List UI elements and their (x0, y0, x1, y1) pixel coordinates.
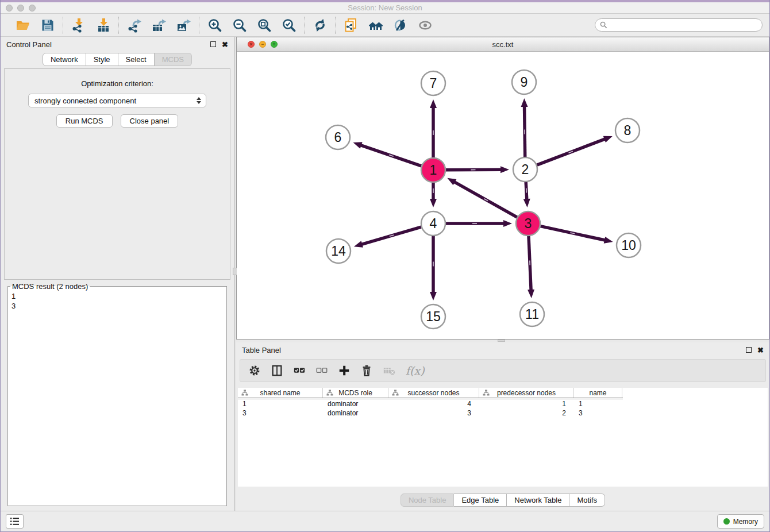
float-table-panel-icon[interactable] (746, 347, 752, 353)
add-column-icon[interactable] (337, 364, 351, 377)
table-cell[interactable]: 3 (388, 409, 479, 417)
split-view-icon[interactable] (270, 364, 284, 377)
column-header-MCDS-role[interactable]: MCDS role (323, 388, 388, 398)
select-all-columns-icon[interactable] (292, 364, 306, 377)
edge-arrowhead (430, 292, 437, 300)
app-window: Session: New Session (0, 0, 770, 532)
search-input[interactable] (610, 21, 757, 29)
open-session-icon[interactable] (15, 17, 30, 33)
vertical-splitter[interactable] (234, 37, 236, 511)
import-table-icon[interactable] (95, 17, 111, 33)
graph-node-label: 2 (522, 162, 529, 177)
search-box (595, 18, 763, 32)
zoom-fit-icon[interactable] (256, 17, 272, 33)
function-builder-icon: f(x) (405, 364, 425, 377)
tab-select[interactable]: Select (118, 53, 155, 66)
export-table-icon[interactable] (151, 17, 167, 33)
tab-style[interactable]: Style (86, 53, 118, 66)
optimization-criterion-select[interactable]: strongly connected component (28, 94, 206, 107)
table-row[interactable]: 1dominator411 (238, 399, 768, 408)
export-image-icon[interactable] (176, 17, 191, 33)
table-panel: Table Panel ✖ (236, 342, 769, 511)
table-tabs: Node TableEdge TableNetwork TableMotifs (401, 494, 605, 507)
status-bar: Memory (1, 511, 769, 531)
close-panel-icon[interactable]: ✖ (222, 41, 228, 48)
window-title: Session: New Session (1, 3, 769, 12)
table-row[interactable]: 3dominator323 (238, 408, 768, 418)
table-cell[interactable]: 1 (574, 400, 622, 408)
graph-node-label: 4 (430, 216, 437, 231)
export-network-icon[interactable] (126, 17, 142, 33)
network-graph: 7968124314101511 (237, 52, 769, 339)
tab-mcds[interactable]: MCDS (155, 53, 192, 66)
edge-arrowhead (523, 199, 530, 207)
mcds-result-fieldset: MCDS result (2 nodes) 13 (7, 282, 227, 506)
table-cell[interactable]: 4 (388, 400, 479, 408)
edge-arrowhead (604, 237, 613, 244)
run-mcds-button[interactable]: Run MCDS (56, 114, 113, 128)
mcds-panel: Optimization criterion: strongly connect… (4, 68, 230, 280)
settings-gear-icon[interactable] (248, 364, 261, 377)
mcds-result-line: 1 (11, 291, 223, 301)
table-tab-motifs[interactable]: Motifs (569, 494, 605, 507)
graph-node-label: 1 (430, 163, 437, 178)
edge-arrowhead (503, 220, 512, 227)
optimization-criterion-label: Optimization criterion: (81, 79, 153, 88)
column-header-predecessor-nodes[interactable]: predecessor nodes (479, 388, 574, 398)
zoom-in-icon[interactable] (207, 17, 222, 33)
graph-node-label: 15 (426, 309, 441, 324)
close-table-panel-icon[interactable]: ✖ (757, 346, 764, 354)
table-tab-node-table[interactable]: Node Table (401, 494, 455, 507)
memory-button[interactable]: Memory (717, 514, 764, 529)
edge-arrowhead (603, 136, 613, 142)
main-toolbar (1, 14, 769, 37)
table-cell[interactable]: 3 (238, 409, 323, 417)
mcds-result-title: MCDS result (2 nodes) (10, 282, 90, 291)
zoom-selected-icon[interactable] (281, 17, 297, 33)
float-panel-icon[interactable] (210, 41, 216, 47)
graph-node-label: 14 (331, 244, 346, 259)
control-panel-title: Control Panel (6, 40, 52, 49)
task-history-button[interactable] (6, 514, 24, 529)
delete-table-icon (382, 364, 396, 377)
table-cell[interactable]: 1 (479, 400, 574, 408)
horizontal-splitter[interactable] (236, 340, 769, 342)
import-network-icon[interactable] (71, 17, 86, 33)
show-eye-icon[interactable] (417, 17, 433, 33)
graph-node-label: 11 (525, 307, 539, 322)
tab-network[interactable]: Network (43, 53, 86, 66)
edge-arrowhead (354, 241, 363, 248)
zoom-out-icon[interactable] (232, 17, 247, 33)
node-table: shared nameMCDS rolesuccessor nodesprede… (238, 388, 768, 487)
table-tab-edge-table[interactable]: Edge Table (454, 494, 507, 507)
deselect-all-columns-icon[interactable] (315, 364, 329, 377)
graph-node-label: 8 (624, 123, 632, 138)
select-stepper-icon (197, 97, 202, 104)
titlebar: Session: New Session (1, 0, 769, 14)
mcds-result-list: 13 (8, 291, 226, 292)
table-cell[interactable]: dominator (323, 400, 388, 408)
reset-layout-icon[interactable] (368, 17, 383, 33)
toggle-panel-icon[interactable] (392, 17, 408, 33)
new-network-from-selection-icon[interactable] (343, 17, 359, 33)
column-header-successor-nodes[interactable]: successor nodes (388, 388, 479, 398)
table-cell[interactable]: 2 (479, 409, 574, 417)
memory-status-icon (723, 518, 730, 525)
refresh-icon[interactable] (312, 17, 328, 33)
edge-arrowhead (430, 199, 437, 207)
column-header-name[interactable]: name (574, 388, 622, 398)
table-cell[interactable]: 3 (574, 409, 622, 417)
save-session-icon[interactable] (40, 17, 55, 33)
splitter-handle[interactable] (498, 340, 505, 342)
delete-column-icon[interactable] (360, 364, 374, 377)
network-canvas[interactable]: 7968124314101511 (237, 52, 769, 339)
graph-node-label: 3 (525, 216, 532, 231)
close-panel-button[interactable]: Close panel (121, 114, 179, 128)
column-header-shared-name[interactable]: shared name (238, 388, 323, 398)
table-tab-network-table[interactable]: Network Table (507, 494, 569, 507)
table-cell[interactable]: dominator (323, 409, 388, 417)
network-frame-titlebar: × − + scc.txt (237, 37, 769, 52)
edge-arrowhead (521, 98, 528, 107)
table-cell[interactable]: 1 (238, 400, 323, 408)
memory-label: Memory (733, 518, 758, 526)
